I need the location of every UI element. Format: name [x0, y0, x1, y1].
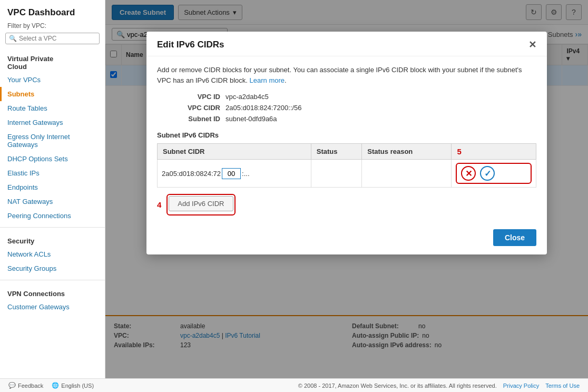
cidr-cancel-button[interactable]: ✕ — [461, 166, 476, 181]
sidebar-item-endpoints[interactable]: Endpoints — [0, 180, 105, 194]
vpc-cidr-label: VPC CIDR — [157, 104, 220, 112]
step4-label: 4 — [157, 200, 161, 209]
sidebar-item-security-groups[interactable]: Security Groups — [0, 261, 105, 276]
cidr-action-icons: ✕ ✓ — [456, 163, 532, 184]
sidebar-item-elastic-ips[interactable]: Elastic IPs — [0, 166, 105, 180]
terms-of-use-link[interactable]: Terms of Use — [545, 383, 580, 389]
main-content: Create Subnet Subnet Actions ▾ ↻ ⚙ ? 🔍 ✕… — [105, 0, 588, 378]
feedback-icon: 💬 — [8, 382, 16, 389]
subnet-ipv6-cidrs-label: Subnet IPv6 CIDRs — [157, 131, 536, 139]
sidebar-item-egress-only-internet-gateways[interactable]: Egress Only Internet Gateways — [0, 130, 105, 152]
modal-overlay: Edit IPv6 CIDRs ✕ Add or remove CIDR blo… — [105, 0, 588, 378]
vpc-search-input[interactable] — [19, 35, 96, 42]
sidebar-item-peering-connections[interactable]: Peering Connections — [0, 209, 105, 223]
modal-title: Edit IPv6 CIDRs — [157, 40, 224, 50]
cidr-suffix: :... — [242, 170, 249, 178]
vpc-search[interactable]: 🔍 — [5, 33, 100, 44]
learn-more-link[interactable]: Learn more — [250, 76, 285, 84]
cidr-col-actions: 5 — [452, 144, 536, 160]
modal-header: Edit IPv6 CIDRs ✕ — [146, 32, 547, 56]
feedback-label: Feedback — [18, 383, 43, 389]
subnet-id-value: subnet-0dfd9a6a — [226, 115, 536, 123]
edit-ipv6-cidrs-modal: Edit IPv6 CIDRs ✕ Add or remove CIDR blo… — [146, 32, 547, 254]
add-ipv6-cidr-button[interactable]: Add IPv6 CIDR — [169, 196, 233, 211]
security-section-title: Security — [0, 232, 105, 247]
cidr-input[interactable] — [222, 168, 241, 179]
copyright-text: © 2008 - 2017, Amazon Web Services, Inc.… — [298, 383, 497, 389]
sidebar-item-network-acls[interactable]: Network ACLs — [0, 247, 105, 261]
privacy-policy-link[interactable]: Privacy Policy — [503, 383, 539, 389]
feedback-button[interactable]: 💬 Feedback — [8, 382, 43, 389]
modal-info-grid: VPC ID vpc-a2dab4c5 VPC CIDR 2a05:d018:8… — [157, 93, 536, 123]
vpc-id-value: vpc-a2dab4c5 — [226, 93, 536, 101]
modal-footer: Close — [146, 224, 547, 254]
sidebar-item-dhcp-options-sets[interactable]: DHCP Options Sets — [0, 152, 105, 166]
cidr-table-row: 2a05:d018:0824:72 :... ✕ — [158, 160, 536, 188]
sidebar-item-internet-gateways[interactable]: Internet Gateways — [0, 115, 105, 130]
filter-label: Filter by VPC: — [0, 20, 105, 31]
modal-close-btn[interactable]: Close — [493, 229, 536, 246]
sidebar-item-subnets[interactable]: Subnets — [0, 87, 105, 101]
step5-label: 5 — [457, 147, 461, 156]
cidr-col-status-reason: Status reason — [362, 144, 452, 160]
sidebar-item-route-tables[interactable]: Route Tables — [0, 101, 105, 115]
add-cidr-wrap: Add IPv6 CIDR — [166, 194, 235, 215]
cidr-actions-cell: ✕ ✓ — [452, 160, 536, 188]
cidr-row-value: 2a05:d018:0824:72 :... — [158, 160, 311, 188]
sidebar-item-customer-gateways[interactable]: Customer Gateways — [0, 300, 105, 314]
subnet-id-label: Subnet ID — [157, 115, 220, 123]
vpc-section-title: Virtual PrivateCloud — [0, 50, 105, 73]
cidr-input-wrap: 2a05:d018:0824:72 :... — [162, 168, 307, 179]
sidebar-title: VPC Dashboard — [0, 0, 105, 20]
cidr-table: Subnet CIDR Status Status reason 5 — [157, 143, 536, 188]
modal-body: Add or remove CIDR blocks for your subne… — [146, 56, 547, 224]
language-selector[interactable]: 🌐 English (US) — [52, 382, 94, 389]
search-icon: 🔍 — [9, 35, 17, 42]
modal-close-button[interactable]: ✕ — [528, 39, 536, 51]
cidr-status — [311, 160, 362, 188]
add-cidr-section: 4 Add IPv6 CIDR — [157, 194, 536, 215]
bottom-bar: 💬 Feedback 🌐 English (US) © 2008 - 2017,… — [0, 378, 588, 392]
vpn-section-title: VPN Connections — [0, 285, 105, 300]
vpc-cidr-value: 2a05:d018:824:7200::/56 — [226, 104, 536, 112]
globe-icon: 🌐 — [52, 382, 59, 389]
vpc-id-label: VPC ID — [157, 93, 220, 101]
modal-description: Add or remove CIDR blocks for your subne… — [157, 65, 536, 85]
sidebar-item-your-vpcs[interactable]: Your VPCs — [0, 73, 105, 87]
cidr-confirm-button[interactable]: ✓ — [480, 166, 495, 181]
language-label: English (US) — [61, 383, 94, 389]
cidr-col-status: Status — [311, 144, 362, 160]
cidr-prefix: 2a05:d018:0824:72 — [162, 170, 221, 178]
sidebar: VPC Dashboard Filter by VPC: 🔍 Virtual P… — [0, 0, 105, 378]
cidr-status-reason — [362, 160, 452, 188]
sidebar-item-nat-gateways[interactable]: NAT Gateways — [0, 194, 105, 209]
bottom-bar-right: © 2008 - 2017, Amazon Web Services, Inc.… — [298, 383, 580, 389]
cidr-col-subnet-cidr: Subnet CIDR — [158, 144, 311, 160]
bottom-bar-left: 💬 Feedback 🌐 English (US) — [8, 382, 94, 389]
